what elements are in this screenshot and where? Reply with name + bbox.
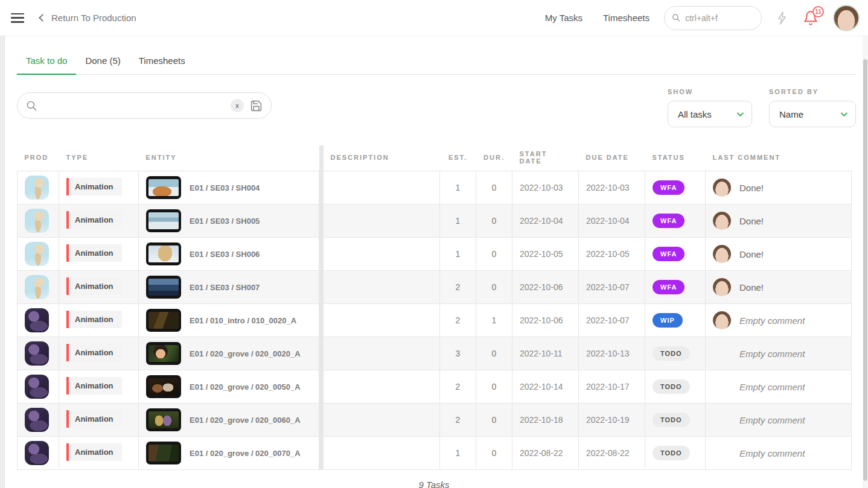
column-header-duration: DUR. <box>476 145 512 171</box>
estimation-cell: 3 <box>440 337 476 370</box>
sorted-by-label: SORTED BY <box>769 88 856 95</box>
estimation-cell: 2 <box>440 370 476 404</box>
start-date-cell: 2022-10-03 <box>512 171 579 204</box>
column-header-description: DESCRIPTION <box>324 145 440 171</box>
column-resize-handle[interactable] <box>319 337 324 370</box>
vertical-scrollbar[interactable] <box>863 36 868 488</box>
search-icon <box>672 13 680 23</box>
comment-author-avatar <box>713 378 731 396</box>
description-cell <box>324 204 440 238</box>
back-link-label: Return To Production <box>51 13 136 23</box>
entity-name: E01 / SE03 / SH007 <box>190 283 260 292</box>
notifications-button[interactable]: 11 <box>803 10 819 26</box>
estimation-cell: 1 <box>440 238 476 271</box>
duration-cell: 0 <box>476 370 512 404</box>
table-row[interactable]: Animation E01 / 020_grove / 020_0020_A 3… <box>18 337 852 370</box>
due-date-cell: 2022-10-07 <box>579 304 645 337</box>
status-badge[interactable]: WFA <box>653 280 685 294</box>
column-resize-handle[interactable] <box>319 404 324 437</box>
nav-timesheets[interactable]: Timesheets <box>603 13 649 23</box>
status-badge[interactable]: WFA <box>653 247 685 261</box>
show-label: SHOW <box>668 88 752 95</box>
global-search-input[interactable] <box>685 13 754 23</box>
entity-thumbnail <box>146 276 181 299</box>
column-resize-handle[interactable] <box>319 370 324 404</box>
production-thumbnail <box>25 441 49 465</box>
scrollbar-thumb[interactable] <box>863 59 867 481</box>
comment-author-avatar <box>713 411 731 429</box>
table-row[interactable]: Animation E01 / SE03 / SH007 2 0 2022-10… <box>18 271 852 304</box>
status-badge[interactable]: TODO <box>653 446 690 460</box>
last-comment-text: Empty comment <box>739 315 805 326</box>
comment-author-avatar <box>713 212 731 230</box>
table-row[interactable]: Animation E01 / SE03 / SH004 1 0 2022-10… <box>18 171 852 204</box>
estimation-cell: 2 <box>440 271 476 304</box>
table-row[interactable]: Animation E01 / 010_intro / 010_0020_A 2… <box>18 304 852 337</box>
start-date-cell: 2022-10-06 <box>512 271 579 304</box>
column-resize-handle[interactable] <box>319 238 324 271</box>
chevron-down-icon <box>841 110 847 116</box>
column-header-prod: PROD <box>18 145 59 171</box>
production-thumbnail <box>25 408 49 432</box>
table-header-row: PROD TYPE ENTITY DESCRIPTION EST. DUR. S… <box>18 145 852 171</box>
tab-done[interactable]: Done (5) <box>76 52 129 75</box>
column-resize-handle[interactable] <box>319 271 324 304</box>
clear-filter-button[interactable]: x <box>231 99 244 112</box>
status-badge[interactable]: WFA <box>653 214 685 228</box>
back-to-production-link[interactable]: Return To Production <box>40 13 136 23</box>
task-type-badge: Animation <box>66 178 122 195</box>
table-row[interactable]: Animation E01 / SE03 / SH005 1 0 2022-10… <box>18 204 852 238</box>
description-cell <box>324 437 440 470</box>
column-resize-handle[interactable] <box>319 437 324 470</box>
due-date-cell: 2022-10-05 <box>579 238 645 271</box>
entity-name: E01 / SE03 / SH006 <box>190 250 260 259</box>
show-select[interactable]: All tasks <box>668 101 752 127</box>
sorted-by-select[interactable]: Name <box>769 101 856 127</box>
duration-cell: 0 <box>476 437 512 470</box>
column-header-entity: ENTITY <box>139 145 319 171</box>
table-row[interactable]: Animation E01 / 020_grove / 020_0060_A 2… <box>18 404 852 437</box>
user-avatar[interactable] <box>833 5 860 31</box>
column-resize-handle[interactable] <box>319 171 324 204</box>
entity-name: E01 / 020_grove / 020_0020_A <box>190 349 301 358</box>
last-comment-text: Done! <box>739 249 764 259</box>
status-badge[interactable]: WFA <box>653 180 685 195</box>
status-badge[interactable]: TODO <box>653 413 690 427</box>
start-date-cell: 2022-10-04 <box>512 204 579 238</box>
tasks-table: PROD TYPE ENTITY DESCRIPTION EST. DUR. S… <box>17 145 852 470</box>
tab-task-to-do[interactable]: Task to do <box>17 52 76 75</box>
last-comment-text: Empty comment <box>739 448 805 458</box>
table-row[interactable]: Animation E01 / 020_grove / 020_0050_A 2… <box>18 370 852 404</box>
nav-my-tasks[interactable]: My Tasks <box>545 13 582 23</box>
estimation-cell: 1 <box>440 204 476 238</box>
comment-author-avatar <box>713 344 731 363</box>
column-resize-handle[interactable] <box>319 145 324 171</box>
entity-name: E01 / SE03 / SH005 <box>190 217 260 226</box>
status-badge[interactable]: TODO <box>653 379 690 394</box>
task-filter-input[interactable] <box>43 101 225 110</box>
menu-icon[interactable] <box>11 13 24 23</box>
task-type-badge: Animation <box>66 277 122 295</box>
search-icon <box>26 100 37 112</box>
filter-row: x SHOW All tasks SORTED BY Name <box>17 88 856 127</box>
tab-timesheets[interactable]: Timesheets <box>130 52 194 75</box>
estimation-cell: 1 <box>440 171 476 204</box>
table-row[interactable]: Animation E01 / 020_grove / 020_0070_A 1… <box>18 437 852 470</box>
production-thumbnail <box>25 375 49 399</box>
task-type-badge: Animation <box>66 377 122 395</box>
comment-author-avatar <box>713 278 731 296</box>
status-badge[interactable]: TODO <box>653 346 690 361</box>
top-nav: My Tasks Timesheets <box>545 13 649 23</box>
global-search-box[interactable] <box>664 6 762 30</box>
quick-actions-button[interactable] <box>775 11 790 25</box>
column-resize-handle[interactable] <box>319 204 324 238</box>
column-resize-handle[interactable] <box>319 304 324 337</box>
task-filter-box[interactable]: x <box>17 92 272 119</box>
description-cell <box>324 337 440 370</box>
status-badge[interactable]: WIP <box>653 313 683 328</box>
entity-thumbnail <box>146 176 181 199</box>
task-type-badge: Animation <box>66 211 122 229</box>
entity-thumbnail <box>146 342 181 365</box>
table-row[interactable]: Animation E01 / SE03 / SH006 1 0 2022-10… <box>18 238 852 271</box>
save-filter-button[interactable] <box>250 100 263 112</box>
